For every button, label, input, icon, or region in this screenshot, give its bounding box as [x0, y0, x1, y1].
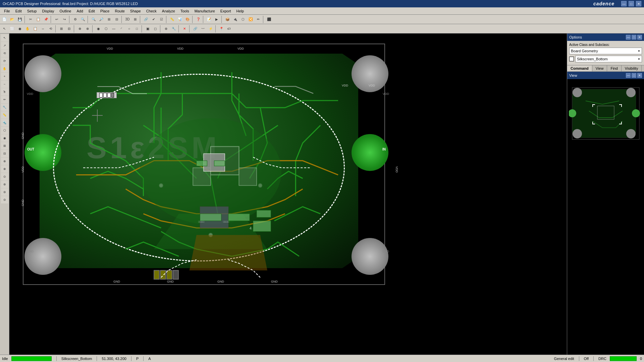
menu-tools[interactable]: Tools [178, 8, 192, 14]
tb2-trace[interactable]: 〰 [199, 25, 207, 33]
tb-check[interactable]: ☑ [158, 16, 165, 23]
tb2-test[interactable]: ⊛ [162, 25, 170, 33]
tb-help[interactable]: ❓ [195, 16, 202, 23]
tb-place-comp[interactable]: 📦 [224, 16, 231, 23]
tab-view[interactable]: View [592, 65, 607, 71]
menu-file[interactable]: File [1, 8, 13, 14]
tb-autoroute[interactable]: 🔀 [247, 16, 254, 23]
sidebar-pencil[interactable]: ✏ [1, 96, 8, 103]
sidebar-plus-circle[interactable]: ⊕ [1, 158, 8, 165]
sidebar-minus-box[interactable]: ⊟ [1, 150, 8, 157]
menu-setup[interactable]: Setup [24, 8, 40, 14]
tb2-select[interactable]: ↖ [1, 25, 8, 33]
tb2-arc[interactable]: ◜ [118, 25, 125, 33]
tab-visibility[interactable]: Visibility [622, 65, 642, 71]
sidebar-bolt[interactable]: 🔩 [1, 119, 8, 126]
sidebar-circle-dot[interactable]: ◉ [1, 134, 8, 142]
sidebar-x-circle[interactable]: ⊗ [1, 165, 8, 173]
sidebar-pointer[interactable]: ↗ [1, 42, 8, 49]
tb2-fill[interactable]: ▣ [144, 25, 151, 33]
tb2-pin[interactable]: 📍 [218, 25, 225, 33]
tb2-move[interactable]: ✋ [24, 25, 31, 33]
sidebar-star-circle[interactable]: ⊛ [1, 181, 8, 188]
options-maximize[interactable]: □ [632, 35, 636, 40]
tb2-net[interactable]: 🔗 [192, 25, 199, 33]
tb-measure[interactable]: 📏 [168, 16, 176, 23]
tb2-prop[interactable]: 🔧 [170, 25, 177, 33]
tb2-rect[interactable]: □ [133, 25, 141, 33]
tb-open[interactable]: 📂 [8, 16, 16, 23]
tb-settings[interactable]: ⚙ [71, 16, 79, 23]
pcb-canvas-area[interactable]: VDD VDD VDD VDD VDD VDD GND GND GND GND … [9, 34, 567, 355]
tb-zoom-out[interactable]: 🔎 [98, 16, 105, 23]
tb2-snap[interactable]: ◉ [16, 25, 23, 33]
sidebar-ruler[interactable]: 📏 [1, 111, 8, 119]
tb2-align[interactable]: ⊕ [76, 25, 84, 33]
tb2-area[interactable]: ⬜ [8, 25, 16, 33]
tb2-circle[interactable]: ○ [125, 25, 133, 33]
tb-zoom-area[interactable]: ⊟ [113, 16, 120, 23]
tb-search[interactable]: 🔍 [79, 16, 87, 23]
options-controls[interactable]: — □ ✕ [626, 35, 642, 40]
view-close[interactable]: ✕ [637, 73, 642, 78]
view-controls[interactable]: — □ ✕ [626, 73, 642, 78]
subclass-dropdown[interactable]: Silkscreen_Bottom ▼ [575, 56, 642, 62]
menu-check[interactable]: Check [144, 8, 159, 14]
tb2-via[interactable]: ◉ [95, 25, 102, 33]
tb2-ungroup[interactable]: ⊟ [65, 25, 73, 33]
tb2-copy2[interactable]: 📋 [32, 25, 39, 33]
menu-help[interactable]: Help [234, 8, 247, 14]
tb-copy[interactable]: 📋 [35, 16, 42, 23]
tb-interactive[interactable]: ✏ [255, 16, 262, 23]
tb-new[interactable]: 📄 [1, 16, 8, 23]
menu-outline[interactable]: Outline [57, 8, 74, 14]
tb2-group[interactable]: ⊞ [58, 25, 65, 33]
tb-layers[interactable]: 📊 [176, 16, 183, 23]
tb2-dist[interactable]: ⊗ [84, 25, 91, 33]
tb-run[interactable]: ▶ [213, 16, 220, 23]
menu-display[interactable]: Display [39, 8, 57, 14]
tab-command[interactable]: Command [567, 65, 592, 71]
tb-zoom-in[interactable]: 🔍 [90, 16, 97, 23]
sidebar-hex[interactable]: ⬡ [1, 127, 8, 134]
tb2-bus[interactable]: ⚡ [207, 25, 214, 33]
menu-analyze[interactable]: Analyze [159, 8, 178, 14]
view-maximize[interactable]: □ [632, 73, 636, 78]
window-controls[interactable]: — □ ✕ [621, 1, 641, 6]
sidebar-rotate-ccw[interactable]: ⟲ [1, 50, 8, 57]
tb-undo[interactable]: ↩ [53, 16, 60, 23]
menu-edit-top[interactable]: Edit [13, 8, 24, 14]
tb-paste[interactable]: 📌 [42, 16, 50, 23]
tb-script[interactable]: 📝 [205, 16, 213, 23]
tb2-rotate[interactable]: ⟲ [47, 25, 54, 33]
sidebar-minus-circle[interactable]: ⊝ [1, 196, 8, 203]
tb2-pad[interactable]: ⬡ [102, 25, 110, 33]
tb-colors[interactable]: 🎨 [184, 16, 191, 23]
tb-redo[interactable]: ↪ [61, 16, 68, 23]
view-minimize[interactable]: — [626, 73, 631, 78]
class-dropdown[interactable]: Board Geometry ▼ [569, 48, 642, 54]
sidebar-dot-circle[interactable]: ⊙ [1, 173, 8, 180]
menu-edit[interactable]: Edit [86, 8, 98, 14]
menu-manufacture[interactable]: Manufacture [192, 8, 218, 14]
sidebar-wrench[interactable]: 🔧 [1, 104, 8, 111]
sidebar-eq-circle[interactable]: ⊜ [1, 188, 8, 196]
tb-grid[interactable]: ⊞ [131, 16, 139, 23]
sidebar-zoom-out[interactable]: − [1, 80, 8, 88]
tb-save[interactable]: 💾 [16, 16, 23, 23]
tb-place-net[interactable]: 🔌 [231, 16, 239, 23]
tb2-delete[interactable]: ✕ [181, 25, 188, 33]
tb-zoom-fit[interactable]: ⊞ [105, 16, 113, 23]
tb-fanout[interactable]: ⬡ [239, 16, 247, 23]
options-close[interactable]: ✕ [637, 35, 642, 40]
tb2-line[interactable]: — [110, 25, 117, 33]
tb-3d[interactable]: 3D [124, 16, 131, 23]
sidebar-zoom-in[interactable]: + [1, 73, 8, 80]
tb-drc[interactable]: ✔ [150, 16, 157, 23]
tb-stop[interactable]: ⬛ [265, 16, 273, 23]
menu-export[interactable]: Export [218, 8, 234, 14]
menu-add[interactable]: Add [74, 8, 86, 14]
sidebar-grid[interactable]: ⊞ [1, 142, 8, 149]
tb2-mirror[interactable]: ↔ [39, 25, 47, 33]
sidebar-pan[interactable]: ✋ [1, 65, 8, 72]
